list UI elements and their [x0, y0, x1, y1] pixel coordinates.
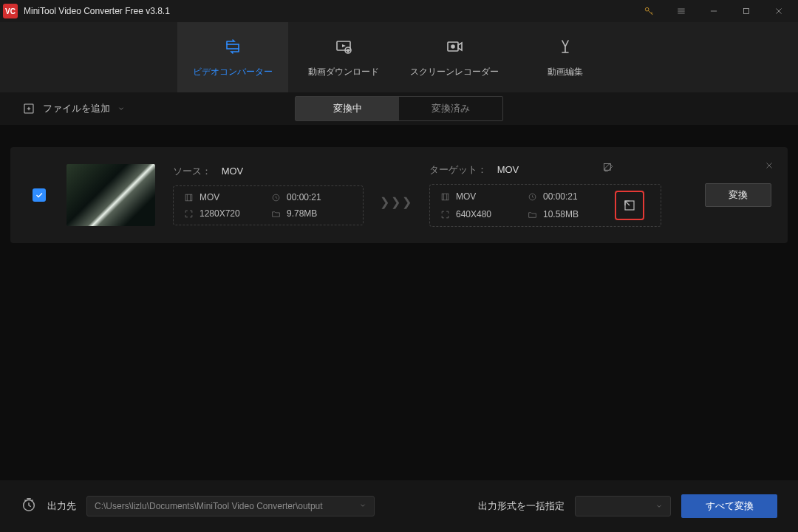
target-label: ターゲット： — [429, 164, 487, 175]
add-file-label: ファイルを追加 — [43, 102, 110, 115]
app-logo: VC — [3, 4, 18, 18]
tab-video-converter[interactable]: ビデオコンバーター — [177, 22, 288, 92]
film-icon — [440, 192, 450, 202]
output-path: C:\Users\lizlu\Documents\MiniTool Video … — [95, 501, 323, 511]
svg-rect-1 — [744, 9, 749, 14]
batch-format-select[interactable] — [575, 496, 671, 516]
download-icon — [333, 36, 354, 57]
output-label: 出力先 — [47, 499, 76, 513]
tab-label: 動画ダウンロード — [308, 66, 379, 78]
chevron-down-icon — [655, 502, 663, 510]
expand-icon — [440, 210, 450, 219]
target-size: 10.58MB — [528, 208, 609, 220]
menu-icon[interactable] — [665, 0, 698, 22]
target-resolution: 640X480 — [440, 208, 522, 220]
source-block: ソース： MOV MOV 00:00:21 1280X720 9.78MB — [173, 165, 364, 225]
recorder-icon — [444, 36, 465, 57]
folder-icon — [271, 209, 281, 219]
clock-icon — [271, 193, 281, 202]
convert-all-button[interactable]: すべて変換 — [681, 494, 777, 518]
status-tabs: 変換中 変換済み — [295, 96, 503, 121]
source-format: MOV — [222, 166, 244, 177]
file-checkbox[interactable] — [33, 188, 46, 202]
clock-icon — [528, 192, 537, 202]
source-size: 9.78MB — [271, 208, 352, 219]
window-title: MiniTool Video Converter Free v3.8.1 — [24, 6, 632, 16]
tab-label: 動画編集 — [548, 66, 583, 78]
svg-rect-8 — [185, 194, 192, 201]
svg-rect-2 — [227, 44, 239, 49]
add-file-icon — [22, 102, 35, 115]
edit-target-format-button[interactable] — [615, 191, 644, 220]
video-thumbnail[interactable] — [66, 164, 155, 226]
edit-icon — [555, 36, 576, 57]
tab-label: ビデオコンバーター — [193, 66, 273, 78]
target-format: MOV — [497, 164, 519, 175]
schedule-icon[interactable] — [21, 497, 37, 516]
folder-icon — [528, 210, 537, 219]
tab-screen-recorder[interactable]: スクリーンレコーダー — [399, 22, 510, 92]
target-block: ターゲット： MOV MOV 00:00:21 640X480 10.58MB — [429, 163, 661, 227]
file-item: ソース： MOV MOV 00:00:21 1280X720 9.78MB ❯❯… — [10, 147, 788, 243]
converter-icon — [222, 36, 243, 57]
source-resolution: 1280X720 — [184, 208, 265, 219]
expand-icon — [184, 209, 194, 219]
arrow-separator: ❯❯❯ — [380, 195, 413, 209]
svg-point-0 — [645, 7, 649, 11]
chevron-down-icon — [359, 501, 366, 511]
titlebar: VC MiniTool Video Converter Free v3.8.1 — [0, 0, 798, 22]
source-container: MOV — [184, 192, 265, 202]
tab-converting[interactable]: 変換中 — [296, 97, 399, 120]
target-header: ターゲット： MOV — [429, 163, 661, 177]
bottom-bar: 出力先 C:\Users\lizlu\Documents\MiniTool Vi… — [0, 480, 798, 532]
target-duration: 00:00:21 — [528, 191, 609, 202]
svg-rect-10 — [442, 194, 449, 200]
tab-label: スクリーンレコーダー — [410, 66, 499, 78]
add-file-button[interactable]: ファイルを追加 — [22, 102, 125, 115]
close-button[interactable] — [763, 0, 795, 22]
batch-format-label: 出力形式を一括指定 — [478, 499, 565, 513]
top-nav: ビデオコンバーター 動画ダウンロード スクリーンレコーダー 動画編集 — [0, 22, 798, 92]
convert-button[interactable]: 変換 — [705, 183, 771, 207]
source-meta: MOV 00:00:21 1280X720 9.78MB — [173, 185, 364, 225]
maximize-button[interactable] — [730, 0, 763, 22]
target-meta: MOV 00:00:21 640X480 10.58MB — [429, 184, 661, 227]
source-header: ソース： MOV — [173, 165, 364, 178]
svg-point-6 — [451, 45, 454, 48]
minimize-button[interactable] — [698, 0, 730, 22]
tab-video-download[interactable]: 動画ダウンロード — [288, 22, 399, 92]
tab-converted[interactable]: 変換済み — [399, 97, 502, 120]
source-label: ソース： — [173, 166, 211, 177]
edit-target-icon[interactable] — [602, 162, 613, 176]
key-icon[interactable] — [632, 0, 665, 22]
remove-item-button[interactable] — [764, 160, 774, 174]
tab-video-edit[interactable]: 動画編集 — [510, 22, 621, 92]
film-icon — [184, 193, 194, 202]
toolbar: ファイルを追加 変換中 変換済み — [0, 92, 798, 125]
target-container: MOV — [440, 191, 522, 202]
chevron-down-icon — [117, 105, 125, 112]
output-path-select[interactable]: C:\Users\lizlu\Documents\MiniTool Video … — [86, 496, 375, 516]
source-duration: 00:00:21 — [271, 192, 352, 202]
file-list: ソース： MOV MOV 00:00:21 1280X720 9.78MB ❯❯… — [0, 125, 798, 265]
